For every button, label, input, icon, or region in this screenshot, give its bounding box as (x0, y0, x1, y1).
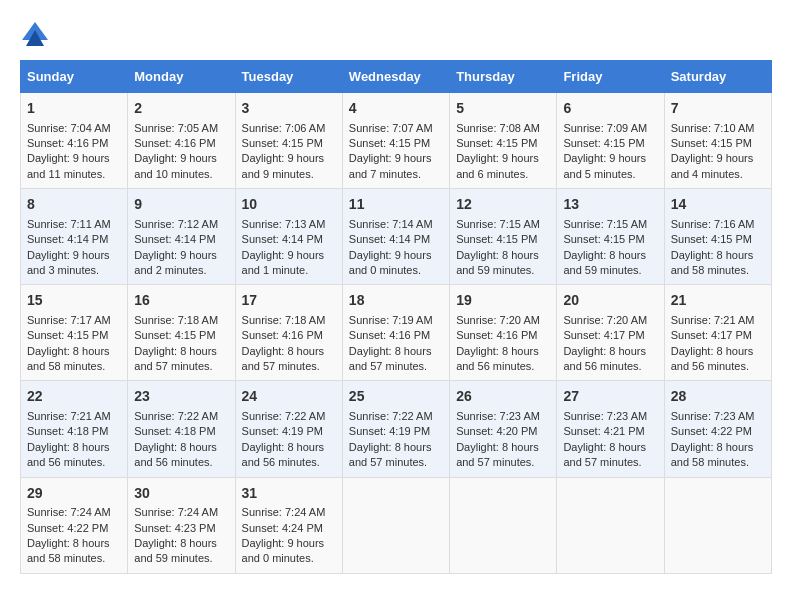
sunrise: Sunrise: 7:24 AM (27, 506, 111, 518)
sunrise: Sunrise: 7:12 AM (134, 218, 218, 230)
daylight: Daylight: 8 hours and 58 minutes. (671, 249, 754, 276)
sunset: Sunset: 4:19 PM (242, 425, 323, 437)
daylight: Daylight: 8 hours and 56 minutes. (27, 441, 110, 468)
sunset: Sunset: 4:15 PM (242, 137, 323, 149)
logo-icon (20, 20, 50, 50)
header-friday: Friday (557, 61, 664, 93)
daylight: Daylight: 8 hours and 57 minutes. (349, 345, 432, 372)
daylight: Daylight: 8 hours and 56 minutes. (242, 441, 325, 468)
day-number: 17 (242, 291, 336, 311)
sunset: Sunset: 4:14 PM (349, 233, 430, 245)
day-number: 9 (134, 195, 228, 215)
calendar-cell: 2Sunrise: 7:05 AMSunset: 4:16 PMDaylight… (128, 93, 235, 189)
day-number: 24 (242, 387, 336, 407)
sunrise: Sunrise: 7:11 AM (27, 218, 111, 230)
daylight: Daylight: 8 hours and 58 minutes. (671, 441, 754, 468)
calendar-cell: 27Sunrise: 7:23 AMSunset: 4:21 PMDayligh… (557, 381, 664, 477)
sunrise: Sunrise: 7:20 AM (456, 314, 540, 326)
sunset: Sunset: 4:16 PM (456, 329, 537, 341)
sunrise: Sunrise: 7:08 AM (456, 122, 540, 134)
calendar-header-row: SundayMondayTuesdayWednesdayThursdayFrid… (21, 61, 772, 93)
sunrise: Sunrise: 7:14 AM (349, 218, 433, 230)
calendar-cell: 7Sunrise: 7:10 AMSunset: 4:15 PMDaylight… (664, 93, 771, 189)
sunrise: Sunrise: 7:24 AM (134, 506, 218, 518)
sunset: Sunset: 4:23 PM (134, 522, 215, 534)
daylight: Daylight: 9 hours and 1 minute. (242, 249, 325, 276)
calendar-cell: 3Sunrise: 7:06 AMSunset: 4:15 PMDaylight… (235, 93, 342, 189)
day-number: 7 (671, 99, 765, 119)
sunset: Sunset: 4:15 PM (563, 137, 644, 149)
day-number: 28 (671, 387, 765, 407)
page-header (20, 20, 772, 50)
sunset: Sunset: 4:15 PM (671, 137, 752, 149)
calendar-cell: 4Sunrise: 7:07 AMSunset: 4:15 PMDaylight… (342, 93, 449, 189)
calendar-cell: 17Sunrise: 7:18 AMSunset: 4:16 PMDayligh… (235, 285, 342, 381)
header-monday: Monday (128, 61, 235, 93)
day-number: 6 (563, 99, 657, 119)
sunrise: Sunrise: 7:22 AM (242, 410, 326, 422)
day-number: 19 (456, 291, 550, 311)
calendar-cell: 19Sunrise: 7:20 AMSunset: 4:16 PMDayligh… (450, 285, 557, 381)
calendar-cell (450, 477, 557, 573)
sunset: Sunset: 4:19 PM (349, 425, 430, 437)
sunrise: Sunrise: 7:22 AM (134, 410, 218, 422)
day-number: 25 (349, 387, 443, 407)
daylight: Daylight: 8 hours and 59 minutes. (456, 249, 539, 276)
calendar-cell: 12Sunrise: 7:15 AMSunset: 4:15 PMDayligh… (450, 189, 557, 285)
sunrise: Sunrise: 7:23 AM (671, 410, 755, 422)
day-number: 13 (563, 195, 657, 215)
day-number: 20 (563, 291, 657, 311)
sunrise: Sunrise: 7:15 AM (563, 218, 647, 230)
daylight: Daylight: 9 hours and 10 minutes. (134, 152, 217, 179)
calendar-cell: 11Sunrise: 7:14 AMSunset: 4:14 PMDayligh… (342, 189, 449, 285)
sunrise: Sunrise: 7:18 AM (242, 314, 326, 326)
daylight: Daylight: 9 hours and 4 minutes. (671, 152, 754, 179)
daylight: Daylight: 8 hours and 59 minutes. (563, 249, 646, 276)
day-number: 10 (242, 195, 336, 215)
day-number: 15 (27, 291, 121, 311)
day-number: 16 (134, 291, 228, 311)
header-saturday: Saturday (664, 61, 771, 93)
logo (20, 20, 54, 50)
daylight: Daylight: 8 hours and 58 minutes. (27, 345, 110, 372)
calendar-table: SundayMondayTuesdayWednesdayThursdayFrid… (20, 60, 772, 574)
sunset: Sunset: 4:15 PM (134, 329, 215, 341)
day-number: 30 (134, 484, 228, 504)
sunset: Sunset: 4:15 PM (349, 137, 430, 149)
sunset: Sunset: 4:15 PM (456, 137, 537, 149)
sunset: Sunset: 4:14 PM (27, 233, 108, 245)
daylight: Daylight: 8 hours and 57 minutes. (242, 345, 325, 372)
daylight: Daylight: 9 hours and 5 minutes. (563, 152, 646, 179)
day-number: 12 (456, 195, 550, 215)
header-thursday: Thursday (450, 61, 557, 93)
sunrise: Sunrise: 7:10 AM (671, 122, 755, 134)
calendar-cell: 14Sunrise: 7:16 AMSunset: 4:15 PMDayligh… (664, 189, 771, 285)
sunrise: Sunrise: 7:23 AM (456, 410, 540, 422)
day-number: 23 (134, 387, 228, 407)
sunrise: Sunrise: 7:20 AM (563, 314, 647, 326)
day-number: 2 (134, 99, 228, 119)
calendar-cell: 6Sunrise: 7:09 AMSunset: 4:15 PMDaylight… (557, 93, 664, 189)
header-sunday: Sunday (21, 61, 128, 93)
calendar-cell: 26Sunrise: 7:23 AMSunset: 4:20 PMDayligh… (450, 381, 557, 477)
calendar-cell: 9Sunrise: 7:12 AMSunset: 4:14 PMDaylight… (128, 189, 235, 285)
daylight: Daylight: 9 hours and 6 minutes. (456, 152, 539, 179)
calendar-week-2: 8Sunrise: 7:11 AMSunset: 4:14 PMDaylight… (21, 189, 772, 285)
calendar-cell: 22Sunrise: 7:21 AMSunset: 4:18 PMDayligh… (21, 381, 128, 477)
sunrise: Sunrise: 7:16 AM (671, 218, 755, 230)
calendar-cell: 15Sunrise: 7:17 AMSunset: 4:15 PMDayligh… (21, 285, 128, 381)
day-number: 26 (456, 387, 550, 407)
sunset: Sunset: 4:16 PM (349, 329, 430, 341)
sunset: Sunset: 4:16 PM (242, 329, 323, 341)
daylight: Daylight: 9 hours and 0 minutes. (242, 537, 325, 564)
sunrise: Sunrise: 7:21 AM (671, 314, 755, 326)
calendar-cell: 10Sunrise: 7:13 AMSunset: 4:14 PMDayligh… (235, 189, 342, 285)
calendar-cell: 1Sunrise: 7:04 AMSunset: 4:16 PMDaylight… (21, 93, 128, 189)
day-number: 5 (456, 99, 550, 119)
day-number: 1 (27, 99, 121, 119)
sunrise: Sunrise: 7:15 AM (456, 218, 540, 230)
sunset: Sunset: 4:14 PM (134, 233, 215, 245)
sunrise: Sunrise: 7:07 AM (349, 122, 433, 134)
calendar-cell: 31Sunrise: 7:24 AMSunset: 4:24 PMDayligh… (235, 477, 342, 573)
day-number: 8 (27, 195, 121, 215)
